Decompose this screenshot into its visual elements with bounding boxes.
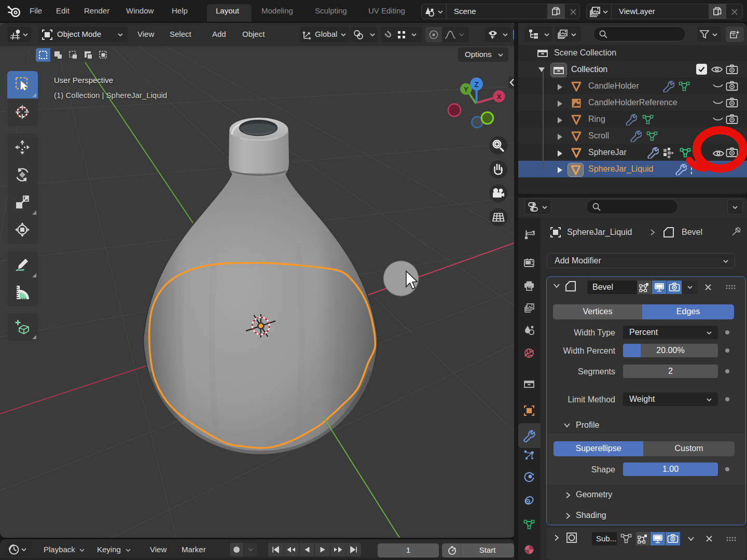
svg-text:X: X [497,93,502,101]
svg-text:Y: Y [464,86,468,93]
svg-text:Z: Z [474,80,479,89]
